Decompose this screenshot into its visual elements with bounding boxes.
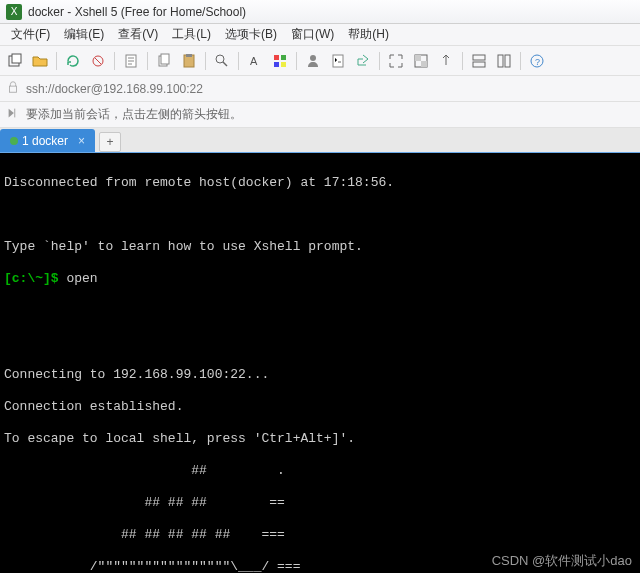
svg-rect-17 [415, 55, 421, 61]
terminal-line: To escape to local shell, press 'Ctrl+Al… [4, 431, 636, 447]
svg-rect-25 [10, 86, 17, 92]
copy-icon[interactable] [153, 50, 175, 72]
svg-rect-20 [473, 62, 485, 67]
command-text: open [66, 271, 97, 286]
toolbar: A ? [0, 46, 640, 76]
terminal-line: Type `help' to learn how to use Xshell p… [4, 239, 636, 255]
svg-rect-11 [281, 55, 286, 60]
tile-h-icon[interactable] [468, 50, 490, 72]
tab-docker[interactable]: 1 docker × [0, 129, 95, 152]
app-icon: X [6, 4, 22, 20]
add-session-icon[interactable] [6, 106, 20, 123]
svg-rect-12 [274, 62, 279, 67]
tile-v-icon[interactable] [493, 50, 515, 72]
terminal-line: [c:\~]$ open [4, 271, 636, 287]
svg-rect-22 [505, 55, 510, 67]
svg-rect-15 [333, 55, 343, 67]
tab-label: 1 docker [22, 134, 68, 148]
menu-window[interactable]: 窗口(W) [284, 24, 341, 45]
svg-rect-21 [498, 55, 503, 67]
status-dot-icon [10, 137, 18, 145]
address-text[interactable]: ssh://docker@192.168.99.100:22 [26, 82, 634, 96]
terminal-line: ## . [4, 463, 636, 479]
terminal-line [4, 335, 636, 351]
terminal[interactable]: Disconnected from remote host(docker) at… [0, 153, 640, 573]
reconnect-icon[interactable] [62, 50, 84, 72]
users-icon[interactable] [302, 50, 324, 72]
terminal-line: Disconnected from remote host(docker) at… [4, 175, 636, 191]
menu-edit[interactable]: 编辑(E) [57, 24, 111, 45]
svg-rect-13 [281, 62, 286, 67]
svg-rect-5 [161, 54, 169, 64]
tab-close-icon[interactable]: × [78, 134, 85, 148]
separator [296, 52, 297, 70]
menu-help[interactable]: 帮助(H) [341, 24, 396, 45]
font-icon[interactable]: A [244, 50, 266, 72]
titlebar: X docker - Xshell 5 (Free for Home/Schoo… [0, 0, 640, 24]
fullscreen-icon[interactable] [385, 50, 407, 72]
separator [462, 52, 463, 70]
terminal-line: Connecting to 192.168.99.100:22... [4, 367, 636, 383]
menu-file[interactable]: 文件(F) [4, 24, 57, 45]
watermark: CSDN @软件测试小dao [492, 553, 632, 569]
lock-icon [6, 80, 20, 97]
terminal-line: ## ## ## ## ## === [4, 527, 636, 543]
separator [114, 52, 115, 70]
new-tab-button[interactable]: + [99, 132, 121, 152]
terminal-line: Connection established. [4, 399, 636, 415]
disconnect-icon[interactable] [87, 50, 109, 72]
svg-point-14 [310, 55, 316, 61]
transparent-icon[interactable] [410, 50, 432, 72]
separator [379, 52, 380, 70]
tabbar: 1 docker × + [0, 128, 640, 153]
separator [205, 52, 206, 70]
script-icon[interactable] [327, 50, 349, 72]
separator [56, 52, 57, 70]
xftp-icon[interactable] [352, 50, 374, 72]
svg-rect-1 [12, 54, 21, 63]
addressbar: ssh://docker@192.168.99.100:22 [0, 76, 640, 102]
ontop-icon[interactable] [435, 50, 457, 72]
color-icon[interactable] [269, 50, 291, 72]
paste-icon[interactable] [178, 50, 200, 72]
new-session-icon[interactable] [4, 50, 26, 72]
help-icon[interactable]: ? [526, 50, 548, 72]
svg-rect-18 [421, 61, 427, 67]
separator [520, 52, 521, 70]
menubar: 文件(F) 编辑(E) 查看(V) 工具(L) 选项卡(B) 窗口(W) 帮助(… [0, 24, 640, 46]
terminal-line: ## ## ## == [4, 495, 636, 511]
separator [238, 52, 239, 70]
info-message: 要添加当前会话，点击左侧的箭头按钮。 [26, 106, 242, 123]
menu-tools[interactable]: 工具(L) [165, 24, 218, 45]
local-prompt: [c:\~]$ [4, 271, 66, 286]
terminal-line [4, 303, 636, 319]
svg-text:A: A [250, 55, 258, 67]
menu-view[interactable]: 查看(V) [111, 24, 165, 45]
properties-icon[interactable] [120, 50, 142, 72]
find-icon[interactable] [211, 50, 233, 72]
window-title: docker - Xshell 5 (Free for Home/School) [28, 5, 246, 19]
svg-rect-7 [186, 54, 192, 57]
svg-text:?: ? [535, 57, 540, 67]
infobar: 要添加当前会话，点击左侧的箭头按钮。 [0, 102, 640, 128]
svg-rect-19 [473, 55, 485, 60]
svg-point-8 [216, 55, 224, 63]
separator [147, 52, 148, 70]
svg-rect-10 [274, 55, 279, 60]
open-icon[interactable] [29, 50, 51, 72]
terminal-line [4, 207, 636, 223]
menu-tabs[interactable]: 选项卡(B) [218, 24, 284, 45]
